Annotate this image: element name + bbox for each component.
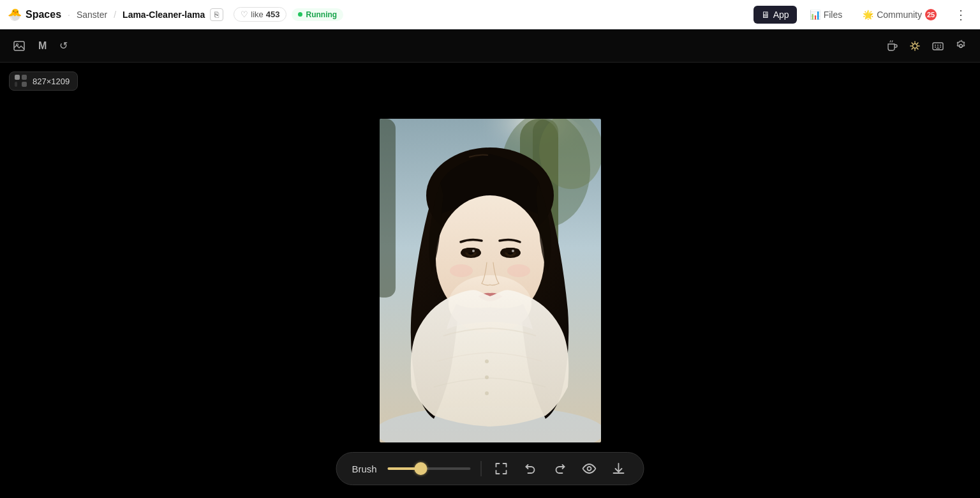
refresh-button[interactable]: ↺ <box>57 37 70 54</box>
bottom-toolbar: Brush <box>336 452 644 485</box>
copy-link-button[interactable]: ⎘ <box>210 8 223 21</box>
like-label: like <box>251 10 264 19</box>
tab-community[interactable]: 🌟 Community 25 <box>855 5 944 24</box>
svg-point-35 <box>507 264 530 277</box>
like-button[interactable]: ♡ like 453 <box>234 7 286 22</box>
svg-point-2 <box>913 43 917 48</box>
undo-icon <box>524 462 538 476</box>
nav-slash: / <box>114 10 116 20</box>
svg-rect-10 <box>936 48 940 49</box>
svg-rect-4 <box>935 45 936 46</box>
svg-point-31 <box>501 248 519 253</box>
dimension-text: 827×1209 <box>33 77 70 86</box>
spaces-label: Spaces <box>26 9 61 20</box>
canvas-image[interactable] <box>380 119 601 442</box>
coffee-icon-button[interactable] <box>883 37 901 55</box>
spaces-logo[interactable]: 🐣 Spaces <box>8 8 61 22</box>
expand-button[interactable] <box>492 459 511 478</box>
brush-slider[interactable] <box>388 462 471 475</box>
more-menu-button[interactable]: ⋮ <box>949 4 972 25</box>
tab-files-label: Files <box>824 10 843 20</box>
status-badge: Running <box>292 8 343 21</box>
app-toolbar: M ↺ <box>0 29 980 63</box>
community-badge: 25 <box>925 9 937 20</box>
brush-label: Brush <box>352 464 378 474</box>
spaces-emoji: 🐣 <box>8 8 22 22</box>
settings-icon-button[interactable] <box>952 37 970 55</box>
redo-button[interactable] <box>551 459 570 478</box>
svg-point-27 <box>462 248 480 253</box>
tab-app[interactable]: 🖥 App <box>754 6 797 24</box>
grid-icon <box>15 75 27 87</box>
nav-username[interactable]: Sanster <box>77 10 107 20</box>
keyboard-icon-button[interactable] <box>929 37 947 55</box>
top-navbar: 🐣 Spaces · Sanster / Lama-Cleaner-lama ⎘… <box>0 0 980 29</box>
toolbar-divider <box>481 461 482 476</box>
svg-rect-18 <box>380 119 396 298</box>
download-icon <box>612 462 626 476</box>
tab-app-label: App <box>773 10 789 20</box>
svg-point-37 <box>485 375 489 379</box>
slider-track <box>388 467 471 470</box>
svg-point-34 <box>450 264 473 277</box>
expand-icon <box>494 462 509 476</box>
like-count: 453 <box>266 10 280 19</box>
eye-icon <box>583 462 597 476</box>
status-dot <box>298 12 302 17</box>
svg-point-36 <box>485 359 489 363</box>
tab-community-label: Community <box>877 10 922 20</box>
svg-point-32 <box>472 250 475 252</box>
canvas-area[interactable]: 827×1209 <box>0 63 980 498</box>
svg-rect-8 <box>937 47 939 48</box>
svg-rect-7 <box>935 47 936 48</box>
download-button[interactable] <box>609 459 628 478</box>
mode-button[interactable]: M <box>36 38 49 54</box>
app-tab-icon: 🖥 <box>761 10 770 20</box>
svg-rect-9 <box>940 47 941 48</box>
image-icon-button[interactable] <box>10 37 28 55</box>
heart-icon: ♡ <box>241 10 248 19</box>
svg-rect-6 <box>940 45 941 46</box>
brightness-icon-button[interactable] <box>906 37 924 55</box>
tab-files[interactable]: 📊 Files <box>802 6 850 24</box>
nav-repo-name[interactable]: Lama-Cleaner-lama <box>122 10 205 20</box>
dimension-badge: 827×1209 <box>9 72 78 91</box>
status-label: Running <box>306 10 337 19</box>
svg-point-33 <box>512 250 514 252</box>
svg-rect-5 <box>937 45 939 46</box>
slider-thumb[interactable] <box>415 462 427 475</box>
files-tab-icon: 📊 <box>810 10 820 20</box>
nav-separator: · <box>68 10 70 20</box>
community-tab-icon: 🌟 <box>863 10 873 20</box>
undo-button[interactable] <box>521 459 540 478</box>
svg-point-39 <box>588 467 591 471</box>
refresh-icon: ↺ <box>59 40 68 52</box>
eye-button[interactable] <box>580 459 599 478</box>
svg-point-38 <box>485 391 489 395</box>
redo-icon <box>553 462 567 476</box>
